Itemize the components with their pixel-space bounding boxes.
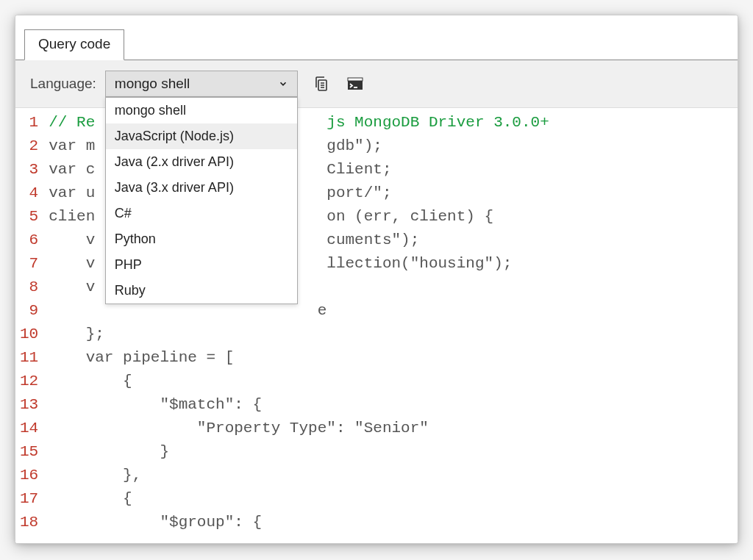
- language-dropdown-trigger[interactable]: mongo shell: [105, 71, 298, 97]
- code-line: "Property Type": "Senior": [49, 417, 738, 440]
- query-code-window: Query code Language: mongo shell mongo s…: [15, 15, 738, 544]
- open-shell-button[interactable]: [345, 73, 365, 94]
- tab-query-code[interactable]: Query code: [24, 29, 124, 60]
- line-number: 17: [20, 487, 38, 511]
- language-option[interactable]: C#: [106, 201, 297, 226]
- code-line: }: [49, 440, 738, 464]
- language-label: Language:: [30, 76, 96, 92]
- language-option[interactable]: Python: [106, 226, 297, 252]
- line-number: 15: [20, 440, 38, 464]
- language-dropdown-list: mongo shellJavaScript (Node.js)Java (2.x…: [105, 97, 298, 304]
- tab-bar: Query code: [15, 15, 738, 60]
- copy-icon: [313, 75, 330, 93]
- tab-label: Query code: [38, 36, 110, 51]
- language-option[interactable]: PHP: [106, 252, 297, 278]
- line-number: 11: [20, 346, 38, 370]
- svg-rect-5: [348, 78, 363, 81]
- line-number: 9: [20, 299, 38, 323]
- terminal-icon: [346, 75, 364, 93]
- line-number: 6: [20, 229, 38, 252]
- code-line: },: [49, 464, 738, 487]
- language-option[interactable]: mongo shell: [106, 98, 297, 123]
- code-line: "$match": {: [49, 393, 738, 417]
- line-number: 3: [20, 158, 38, 182]
- line-number: 4: [20, 182, 38, 205]
- line-number: 1: [20, 111, 38, 134]
- line-number: 16: [20, 464, 38, 487]
- line-number: 13: [20, 393, 38, 417]
- language-option[interactable]: Java (2.x driver API): [106, 149, 297, 175]
- code-line: {: [49, 487, 738, 511]
- language-option[interactable]: JavaScript (Node.js): [106, 123, 297, 149]
- language-option[interactable]: Java (3.x driver API): [106, 175, 297, 201]
- line-number: 18: [20, 511, 38, 534]
- code-line: {: [49, 370, 738, 393]
- line-number: 8: [20, 276, 38, 299]
- line-number: 12: [20, 370, 38, 393]
- copy-button[interactable]: [311, 73, 332, 94]
- code-line: var pipeline = [: [49, 346, 738, 370]
- line-number-gutter: 123456789101112131415161718: [15, 108, 49, 544]
- line-number: 5: [20, 205, 38, 229]
- line-number: 2: [20, 134, 38, 158]
- language-dropdown[interactable]: mongo shell mongo shellJavaScript (Node.…: [105, 71, 298, 97]
- line-number: 10: [20, 323, 38, 346]
- code-line: };: [49, 323, 738, 346]
- language-option[interactable]: Ruby: [106, 278, 297, 304]
- code-line: "$group": {: [49, 511, 738, 534]
- chevron-down-icon: [278, 79, 288, 89]
- toolbar: Language: mongo shell mongo shellJavaScr…: [15, 60, 738, 108]
- line-number: 14: [20, 417, 38, 440]
- language-selected: mongo shell: [115, 76, 190, 92]
- line-number: 7: [20, 252, 38, 276]
